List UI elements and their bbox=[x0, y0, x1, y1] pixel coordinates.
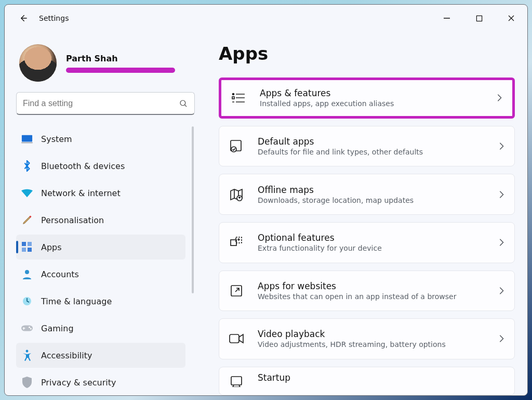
sidebar-item-system[interactable]: System bbox=[16, 126, 185, 151]
sidebar-item-label: Apps bbox=[41, 242, 62, 252]
video-icon bbox=[228, 330, 245, 347]
titlebar: Settings bbox=[5, 5, 527, 32]
sidebar-item-privacy[interactable]: Privacy & security bbox=[16, 370, 185, 395]
minimize-icon bbox=[443, 15, 450, 22]
sidebar-item-label: System bbox=[41, 134, 72, 144]
default-apps-icon bbox=[228, 137, 245, 155]
card-title: Startup bbox=[258, 372, 505, 383]
sidebar-item-label: Accounts bbox=[41, 269, 79, 279]
svg-point-26 bbox=[231, 147, 236, 152]
sidebar-item-label: Bluetooth & devices bbox=[41, 161, 125, 171]
sidebar-nav: System Bluetooth & devices Network & int… bbox=[16, 126, 195, 395]
sidebar: Parth Shah System bbox=[5, 32, 202, 395]
search-input[interactable] bbox=[23, 99, 179, 108]
sidebar-item-apps[interactable]: Apps bbox=[16, 235, 185, 260]
accessibility-icon bbox=[21, 350, 33, 361]
main-pane: Apps Apps & features Installed apps, app… bbox=[202, 32, 527, 395]
back-button[interactable] bbox=[14, 9, 33, 28]
sidebar-item-network[interactable]: Network & internet bbox=[16, 180, 185, 205]
maximize-button[interactable] bbox=[472, 11, 486, 25]
chevron-right-icon bbox=[498, 190, 505, 199]
svg-point-13 bbox=[25, 270, 29, 274]
card-title: Apps for websites bbox=[258, 281, 485, 291]
sidebar-item-accounts[interactable]: Accounts bbox=[16, 262, 185, 287]
card-subtitle: Defaults for file and link types, other … bbox=[258, 148, 485, 156]
svg-rect-11 bbox=[22, 248, 26, 252]
close-icon bbox=[508, 15, 515, 22]
card-subtitle: Video adjustments, HDR streaming, batter… bbox=[258, 340, 485, 349]
sidebar-item-label: Gaming bbox=[41, 324, 74, 333]
settings-window: Settings Parth Shah bbox=[4, 4, 528, 396]
card-title: Optional features bbox=[258, 233, 485, 243]
profile-name: Parth Shah bbox=[66, 54, 175, 63]
sidebar-item-accessibility[interactable]: Accessibility bbox=[16, 343, 185, 368]
card-startup[interactable]: Startup bbox=[219, 367, 515, 395]
gaming-icon bbox=[21, 322, 33, 334]
svg-rect-31 bbox=[230, 334, 239, 343]
card-default-apps[interactable]: Default apps Defaults for file and link … bbox=[219, 126, 515, 167]
card-subtitle: Downloads, storage location, map updates bbox=[258, 196, 485, 204]
window-controls bbox=[440, 11, 522, 25]
sidebar-scrollbar[interactable] bbox=[192, 126, 194, 293]
settings-card-list: Apps & features Installed apps, app exec… bbox=[219, 78, 515, 395]
svg-rect-21 bbox=[232, 97, 234, 99]
search-box[interactable] bbox=[16, 92, 195, 115]
sidebar-item-label: Network & internet bbox=[41, 188, 121, 198]
chevron-right-icon bbox=[496, 94, 503, 102]
svg-rect-12 bbox=[28, 248, 32, 252]
sidebar-item-label: Personalisation bbox=[41, 215, 104, 225]
wifi-icon bbox=[21, 187, 33, 199]
map-icon bbox=[228, 186, 245, 203]
chevron-right-icon bbox=[498, 334, 505, 343]
window-title: Settings bbox=[39, 14, 69, 22]
card-optional-features[interactable]: Optional features Extra functionality fo… bbox=[219, 222, 515, 263]
chevron-right-icon bbox=[498, 287, 505, 295]
svg-line-5 bbox=[184, 105, 187, 107]
minimize-button[interactable] bbox=[440, 11, 454, 25]
card-subtitle: Installed apps, app execution aliases bbox=[260, 99, 483, 108]
card-title: Video playback bbox=[258, 329, 485, 339]
svg-point-4 bbox=[180, 100, 185, 106]
svg-point-8 bbox=[30, 216, 32, 218]
paintbrush-icon bbox=[21, 214, 33, 226]
open-external-icon bbox=[228, 282, 245, 300]
sidebar-item-time-language[interactable]: Time & language bbox=[16, 289, 185, 314]
card-offline-maps[interactable]: Offline maps Downloads, storage location… bbox=[219, 174, 515, 215]
search-icon bbox=[179, 99, 188, 108]
display-icon bbox=[21, 133, 33, 145]
optional-features-icon bbox=[228, 234, 245, 251]
avatar bbox=[19, 44, 57, 82]
svg-rect-1 bbox=[476, 16, 482, 21]
svg-rect-7 bbox=[21, 142, 33, 143]
profile-block[interactable]: Parth Shah bbox=[16, 40, 195, 92]
card-apps-for-websites[interactable]: Apps for websites Websites that can open… bbox=[219, 270, 515, 312]
card-title: Offline maps bbox=[258, 185, 485, 195]
chevron-right-icon bbox=[498, 142, 505, 150]
clock-globe-icon bbox=[21, 295, 33, 307]
sidebar-item-label: Time & language bbox=[41, 296, 112, 306]
card-title: Default apps bbox=[258, 136, 485, 147]
svg-rect-10 bbox=[28, 242, 32, 246]
bluetooth-icon bbox=[21, 160, 33, 172]
close-button[interactable] bbox=[504, 11, 518, 25]
apps-grid-icon bbox=[21, 241, 33, 253]
back-arrow-icon bbox=[18, 13, 29, 23]
sidebar-item-gaming[interactable]: Gaming bbox=[16, 316, 185, 341]
person-icon bbox=[21, 268, 33, 280]
redacted-email bbox=[66, 68, 175, 73]
chevron-right-icon bbox=[498, 238, 505, 247]
card-subtitle: Extra functionality for your device bbox=[258, 244, 485, 252]
maximize-icon bbox=[476, 15, 483, 22]
startup-icon bbox=[228, 372, 245, 390]
svg-rect-6 bbox=[22, 135, 32, 142]
svg-point-17 bbox=[30, 328, 32, 329]
sidebar-item-bluetooth[interactable]: Bluetooth & devices bbox=[16, 153, 185, 178]
card-video-playback[interactable]: Video playback Video adjustments, HDR st… bbox=[219, 318, 515, 359]
sidebar-item-label: Privacy & security bbox=[41, 378, 116, 388]
shield-icon bbox=[21, 377, 33, 388]
list-icon bbox=[230, 89, 247, 107]
svg-rect-9 bbox=[22, 242, 26, 246]
card-apps-features[interactable]: Apps & features Installed apps, app exec… bbox=[219, 78, 515, 119]
sidebar-item-personalisation[interactable]: Personalisation bbox=[16, 208, 185, 233]
sidebar-item-label: Accessibility bbox=[41, 351, 92, 360]
